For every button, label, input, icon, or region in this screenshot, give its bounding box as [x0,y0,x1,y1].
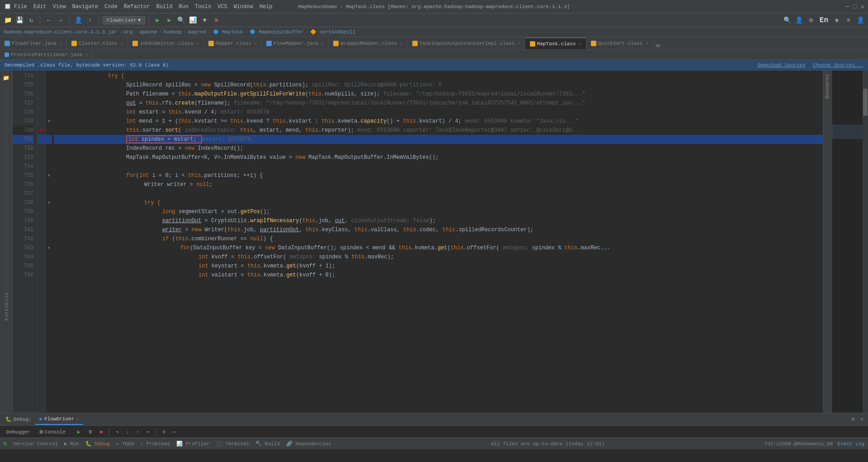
dependencies-label[interactable]: 🔗 Dependencies [286,441,331,447]
choose-sources-link[interactable]: Choose Sources... [813,62,863,68]
settings-button[interactable]: ⚙ [806,15,816,25]
menu-edit[interactable]: Edit [33,4,47,10]
profile-button[interactable]: 📊 [188,15,198,25]
menu-build[interactable]: Build [156,4,172,10]
more-run-options[interactable]: ▼ [200,15,210,25]
tab-cluster[interactable]: Cluster.class ✕ [67,38,128,49]
debugger-tab-btn[interactable]: Debugger [4,429,33,436]
coverage-button[interactable]: 🔍 [176,15,186,25]
breadcrumb-org[interactable]: org [123,29,132,35]
debug-status[interactable]: 🐛 Debug [85,441,110,447]
flowdriver-tab-close[interactable]: ✕ [76,416,79,422]
run-status[interactable]: ▶ Run [64,441,79,447]
fold-729[interactable]: ▼ [46,117,52,126]
scrollbar-track[interactable] [863,71,868,413]
more-tabs-button[interactable]: ≫ [655,43,661,49]
back-button[interactable]: ← [44,15,54,25]
lang-switch[interactable]: ✱ [832,15,842,25]
forward-button[interactable]: → [56,15,66,25]
breadcrumb-sortandspill[interactable]: 🔶 sortAndSpill [310,29,355,35]
build-label[interactable]: 🔨 Build [255,441,280,447]
menu-navigate[interactable]: Navigate [72,4,98,10]
breadcrumb-mapoutput[interactable]: 🔷 MapOutputBuffer [250,29,304,35]
fold-738[interactable]: ▼ [46,198,52,207]
menu-run[interactable]: Run [179,4,189,10]
flow-driver-selector[interactable]: FlowDriver ▼ [103,16,145,24]
breadcrumb-jar[interactable]: hadoop-mapreduce-client-core-3.1.3.jar [4,29,117,35]
scrollbar-thumb[interactable] [863,89,868,116]
debug-stop-btn[interactable]: ■ [97,428,106,436]
code-editor[interactable]: 724 725 726 727 728 729 730 731 732 733 … [13,71,868,413]
profiler-label[interactable]: 📊 Profiler [176,441,209,447]
save-button[interactable]: 💾 [14,15,24,25]
tab-maptask[interactable]: MapTask.class ✕ [525,38,586,49]
todo-label[interactable]: ✏ TODO [116,441,134,447]
run-button[interactable]: ▶ [153,15,163,25]
tab-close-flowmapper[interactable]: ✕ [321,41,324,46]
debug-run-button[interactable]: ▶ [165,15,175,25]
breadcrumb-maptask[interactable]: 🔷 MapTask [213,29,243,35]
download-sources-link[interactable]: Download Sources [758,62,806,68]
menu-vcs[interactable]: VCS [217,4,227,10]
step-into-btn[interactable]: ↓ [123,428,132,436]
git-button[interactable]: 👤 [73,15,83,25]
menu-window[interactable]: Window [234,4,253,10]
evaluate-btn[interactable]: ≡ [160,428,169,436]
step-over-btn[interactable]: ↷ [113,428,122,436]
tab-close-cluster[interactable]: ✕ [120,41,123,46]
vcs-arrow[interactable]: ↑ [85,15,95,25]
tab-jobsubmitter[interactable]: JobSubmitter.class ✕ [128,38,204,49]
menu-bar[interactable]: File Edit View Navigate Code Refactor Bu… [14,4,273,10]
tab-close-quicksort[interactable]: ✕ [646,41,648,46]
breadcrumb-apache[interactable]: apache [139,29,157,35]
event-log-label[interactable]: Event Log [838,441,864,447]
console-tab-btn[interactable]: 🖥 Console [36,428,68,436]
user-account-button[interactable]: 👤 [794,15,804,25]
minimize-button[interactable]: ─ [845,3,850,11]
tab-mapper[interactable]: Mapper.class ✕ [204,38,262,49]
step-out-btn[interactable]: ↑ [134,428,142,436]
fold-735[interactable]: ▼ [46,171,52,180]
tab-flowmapper[interactable]: FlowMapper.java ✕ [262,38,329,49]
collapse-bottom-icon[interactable]: ✕ [859,416,865,423]
tab-close-taskcontext[interactable]: ✕ [518,41,520,46]
window-controls[interactable]: ─ □ ✕ [845,3,864,11]
stop-button[interactable]: ■ [212,15,222,25]
menu-view[interactable]: View [53,4,66,10]
debug-pause-btn[interactable]: ⏸ [85,428,95,436]
run-to-cursor-btn[interactable]: ↩ [144,428,152,436]
ide-settings[interactable]: ≡ [844,15,854,25]
info-bar-actions[interactable]: Download Sources Choose Sources... [758,62,863,68]
menu-tools[interactable]: Tools [195,4,211,10]
menu-refactor[interactable]: Refactor [124,4,150,10]
tab-close-mapper[interactable]: ✕ [254,41,257,46]
fold-743[interactable]: ▼ [46,243,52,252]
search-everywhere-button[interactable]: 🔍 [783,15,793,25]
tab-flowdriver[interactable]: FlowDriver.java ✕ [0,38,67,49]
tab-close-provincepartitioner[interactable]: ✕ [85,52,88,57]
breadcrumb-hadoop[interactable]: hadoop [164,29,182,35]
settings-gear-icon[interactable]: ⚙ [849,416,858,423]
tab-close-flowdriver[interactable]: ✕ [59,41,62,46]
refresh-button[interactable]: ↻ [26,15,36,25]
vc-label[interactable]: Version Control [13,441,58,447]
tab-taskcontext[interactable]: TaskInputOutputContextImpl.class ✕ [408,38,525,49]
tab-close-maptask[interactable]: ✕ [579,41,581,47]
open-button[interactable]: 📁 [3,15,13,25]
tab-wrappedmapper[interactable]: WrappedMapper.class ✕ [329,38,407,49]
bookmarks-label[interactable]: Bookmarks [825,71,830,102]
tab-quicksort[interactable]: QuickSort.class ✕ [586,38,653,49]
project-icon[interactable]: 📁 [2,73,11,82]
breadcrumb-mapred[interactable]: mapred [188,29,206,35]
maximize-button[interactable]: □ [853,3,857,10]
tab-close-jobsubmitter[interactable]: ✕ [196,41,199,46]
debug-resume-btn[interactable]: ▶ [75,428,83,436]
code-text-area[interactable]: try { SpillRecord spillRec = new SpillRe… [52,71,823,413]
avatar-button[interactable]: 👤 [855,15,865,25]
menu-file[interactable]: File [14,4,27,10]
tab-provincepartitioner[interactable]: ProvincePartitioner.java ✕ [0,50,93,59]
tab-flowdriver-bottom[interactable]: ▶ FlowDriver ✕ [35,414,84,425]
terminal-label[interactable]: ⬛ Terminal [216,441,249,447]
menu-code[interactable]: Code [104,4,118,10]
minimap[interactable] [832,71,868,413]
